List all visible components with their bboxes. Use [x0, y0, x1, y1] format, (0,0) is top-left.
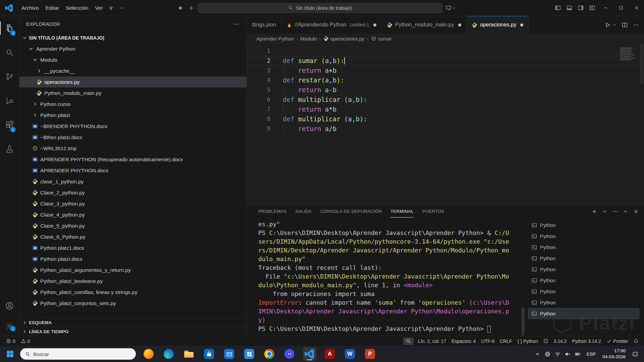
terminal-session[interactable]: Python — [528, 308, 639, 319]
taskbar-app-edge[interactable] — [162, 347, 175, 361]
status-0[interactable]: 0 — [18, 336, 33, 346]
code-editor[interactable]: 12def sumar (a,b):3 return a+b4def resta… — [247, 44, 644, 205]
win-max-button[interactable] — [613, 0, 629, 16]
terminal-session[interactable]: Python — [528, 264, 639, 275]
command-center-search[interactable]: Sin título (área de trabajo) — [198, 3, 442, 13]
ellipsis-icon[interactable] — [633, 22, 639, 28]
taskbar-app-store[interactable] — [202, 347, 216, 361]
menu-item-archivo[interactable]: Archivo — [18, 3, 42, 13]
menu-item-selecci-n[interactable]: Selección — [62, 3, 92, 13]
terminal-scrollbar[interactable] — [522, 307, 525, 336]
tree-item-clase-6-python-py[interactable]: Clase_6_Python.py — [19, 231, 247, 242]
status-l-n-2-col-17[interactable]: Lín. 2, col. 17 — [415, 336, 449, 346]
status-magnifier[interactable] — [403, 338, 414, 345]
taskbar-app-file-explorer[interactable] — [182, 347, 196, 361]
tree-item-python-platzi[interactable]: Python platzi — [19, 110, 247, 121]
taskbar-app-discord[interactable] — [283, 347, 296, 361]
notification-center[interactable] — [629, 348, 641, 360]
tree-item-python-platzi-comillas-lineas-y-strings-py[interactable]: Python_platzi_comillas, lineas y strings… — [19, 287, 247, 298]
tab-aprendiendo-python[interactable]: //Aprendiendo PythonUntitled-1 — [281, 16, 382, 34]
split-icon[interactable] — [622, 22, 628, 28]
status-prettier[interactable]: Prettier — [604, 336, 631, 346]
section-l-nea-de-tiempo[interactable]: LÍNEA DE TIEMPO — [19, 327, 247, 336]
taskbar-app-acrobat[interactable]: A — [323, 347, 336, 361]
breadcrumb-item-operaciones-py[interactable]: operaciones.py — [323, 36, 365, 42]
run-icon[interactable] — [605, 22, 610, 28]
toggle-layout-panel-bottom[interactable] — [564, 0, 575, 16]
taskbar-app-word[interactable]: W — [343, 347, 357, 361]
tree-item-clase-5-python-py[interactable]: Clase_5_python.py — [19, 220, 247, 231]
panel-tab-salida[interactable]: SALIDA — [296, 205, 312, 218]
tree-item-python-platzi-conjuntos-sets-py[interactable]: Python_platzi_conjuntos_sets.py — [19, 298, 247, 309]
tree-item-pycache[interactable]: __pycache__ — [19, 65, 247, 76]
toggle-layout-sidebar-left[interactable] — [552, 0, 564, 16]
tab-python-modulo-main-py[interactable]: Python_modulo_main.py — [382, 16, 467, 34]
menu-item-ir[interactable]: Ir — [106, 3, 116, 13]
panel-tab-problemas[interactable]: PROBLEMAS — [258, 205, 287, 218]
section-esquema[interactable]: ESQUEMA — [19, 318, 247, 327]
status-0[interactable]: 0 — [3, 336, 18, 346]
activity-explorer[interactable]: 3 — [0, 16, 19, 40]
taskbar-app-photos[interactable] — [243, 347, 256, 361]
tree-item-python-platz1-docx[interactable]: WPython platz1.docx — [19, 242, 247, 253]
tree-item-python-platzi-argumentos-y-return-py[interactable]: Python_platzi_argumentos_y_return.py — [19, 264, 247, 276]
terminal-session[interactable]: Python — [528, 275, 639, 286]
breadcrumb-item-modulo[interactable]: Modulo — [301, 36, 317, 42]
tree-item-aprender-phython-docx[interactable]: WAPRENDER PHYTHON.docx — [19, 165, 247, 176]
panel-tab-terminal[interactable]: TERMINAL — [390, 205, 414, 218]
activity-extensions[interactable]: 1 — [0, 113, 19, 137]
code-line[interactable]: 2def sumar (a,b): — [247, 56, 644, 66]
tray-volume-mute[interactable] — [563, 348, 573, 360]
arrow-left-icon[interactable] — [177, 5, 184, 11]
code-line[interactable]: 5 return a-b — [247, 85, 644, 95]
terminal-session[interactable]: Python — [528, 220, 639, 231]
chev-down-icon[interactable] — [602, 209, 607, 214]
status-bell[interactable] — [631, 336, 641, 346]
status-espacios-4[interactable]: Espacios: 4 — [449, 336, 478, 346]
status-interpreter[interactable] — [541, 336, 551, 346]
status-3-14-2[interactable]: 3.14.2 — [551, 336, 570, 346]
taskbar-app-chrome[interactable] — [263, 347, 276, 361]
code-line[interactable]: 6def multiplicar (a,b): — [247, 95, 644, 105]
plus-icon[interactable] — [592, 209, 597, 214]
close-icon[interactable] — [633, 209, 639, 214]
tray-globe[interactable] — [543, 348, 553, 360]
tab-ttings-json[interactable]: ttings.json — [247, 16, 281, 34]
terminal-session[interactable]: Python — [528, 253, 639, 264]
taskbar-app-firefox[interactable] — [142, 347, 155, 361]
breadcrumb-item-sumar[interactable]: sumar — [371, 36, 392, 42]
language-indicator[interactable]: ESP — [584, 352, 599, 357]
chev-up-icon[interactable] — [623, 209, 628, 214]
tree-item-python-curso[interactable]: Python curso — [19, 99, 247, 110]
activity-testing[interactable] — [0, 137, 19, 161]
code-line[interactable]: 9 return a/b — [247, 124, 644, 134]
sidebar-more-actions[interactable]: ⋯ — [233, 20, 240, 28]
taskbar-app-powerpoint[interactable]: P — [363, 347, 377, 361]
tree-item-python-modulo-main-py[interactable]: Python_modulo_main.py — [19, 87, 247, 99]
tree-item-clase-4-python-py[interactable]: Clase_4_python.py — [19, 209, 247, 220]
chev-down-icon[interactable] — [612, 23, 616, 27]
tree-item-aprender-python[interactable]: Aprender Python — [19, 43, 247, 54]
taskbar-clock[interactable]: 17:00 04-03-2026 — [599, 348, 629, 360]
tree-item-python-platzi-docx[interactable]: WPython platzi.docx — [19, 253, 247, 264]
activity-search[interactable] — [0, 40, 19, 64]
tree-item-python-platzi-booleano-py[interactable]: Python_platzi_booleano.py — [19, 276, 247, 287]
tree-item-clase-1-python-py[interactable]: clase_1_python.py — [19, 176, 247, 187]
status-python-3-14-2[interactable]: Python 3.14.2 — [569, 336, 603, 346]
code-line[interactable]: 7 return a*b — [247, 105, 644, 114]
tab-operaciones-py[interactable]: operaciones.py — [467, 16, 529, 34]
status-python[interactable]: { } Python — [515, 336, 541, 346]
terminal-session[interactable]: Python — [528, 242, 639, 253]
toggle-layout-sidebar-right[interactable] — [575, 0, 586, 16]
code-line[interactable]: 1 — [247, 46, 644, 56]
ellipsis-icon[interactable] — [612, 209, 618, 214]
tray-battery[interactable] — [573, 348, 583, 360]
taskbar-search[interactable]: Buscar — [20, 348, 136, 360]
win-min-button[interactable] — [598, 0, 613, 16]
tree-item-operaciones-py[interactable]: operaciones.py — [19, 76, 247, 87]
activity-account[interactable] — [0, 296, 19, 316]
code-line[interactable]: 3 return a+b — [247, 66, 644, 75]
menu-item-editar[interactable]: Editar — [42, 3, 63, 13]
panel-tab-consola-de-depuraci-n[interactable]: CONSOLA DE DEPURACIÓN — [320, 205, 382, 218]
tree-item-render-phython-docx[interactable]: W~$RENDER PHYTHON.docx — [19, 121, 247, 132]
